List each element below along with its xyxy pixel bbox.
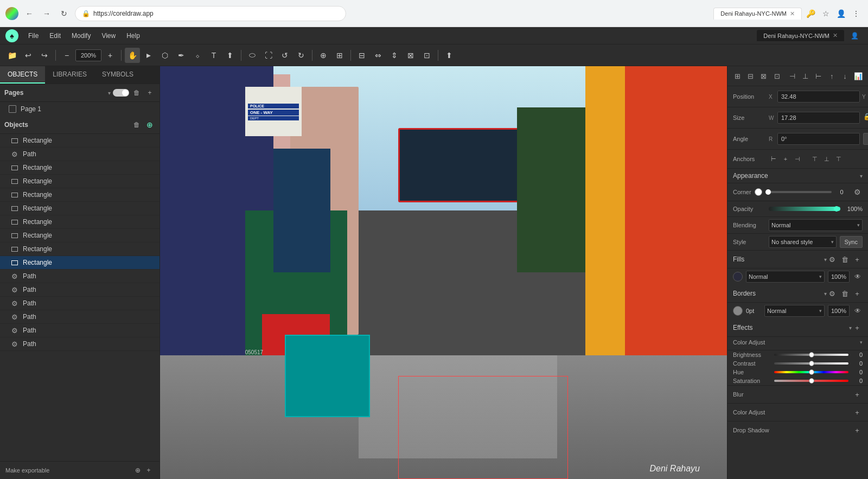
saturation-thumb[interactable] <box>809 378 814 384</box>
anchor-bottom-btn[interactable]: ⊤ <box>834 154 844 164</box>
blur-add-btn[interactable]: + <box>852 389 863 400</box>
fill-tool-btn[interactable]: ⬭ <box>245 48 260 63</box>
more-button[interactable]: ⋮ <box>850 7 863 20</box>
contrast-thumb[interactable] <box>809 361 814 366</box>
delete-page-btn[interactable]: 🗑 <box>131 87 142 98</box>
menu-edit[interactable]: Edit <box>44 30 66 42</box>
select-tool-btn[interactable]: ▸ <box>141 48 156 63</box>
object-item-1[interactable]: ⚙ Path <box>0 148 159 161</box>
document-tab-close[interactable]: ✕ <box>833 32 838 39</box>
crop-tool-btn[interactable]: ⛶ <box>261 48 276 63</box>
object-item-4[interactable]: Rectangle <box>0 188 159 202</box>
object-item-5[interactable]: Rectangle <box>0 202 159 215</box>
star-button[interactable]: ☆ <box>819 7 832 20</box>
anchor-right-btn[interactable]: ⊣ <box>793 154 802 164</box>
fill-color-swatch[interactable] <box>733 272 743 282</box>
panel-tool-3[interactable]: ⊠ <box>758 69 769 82</box>
profile-icon-btn[interactable]: 👤 <box>846 29 863 42</box>
style-dropdown[interactable]: No shared style ▾ <box>769 236 837 248</box>
add-page-btn[interactable]: + <box>144 87 155 98</box>
anchor-center-h-btn[interactable]: + <box>781 154 790 164</box>
undo-btn[interactable]: ↩ <box>21 48 36 63</box>
blending-dropdown[interactable]: Normal ▾ <box>769 219 863 231</box>
transform-btn[interactable]: ⊠ <box>403 48 418 63</box>
transform-button[interactable]: Transform <box>863 133 868 145</box>
add-export-btn[interactable]: ⊕ <box>132 465 143 476</box>
r-input[interactable] <box>777 133 860 145</box>
fill-visibility-btn[interactable]: 👁 <box>853 272 863 282</box>
effects-add-btn[interactable]: + <box>852 322 863 333</box>
fills-header[interactable]: Fills ▾ ⚙ 🗑 + <box>727 251 868 269</box>
borders-add-btn[interactable]: + <box>852 288 863 299</box>
address-bar[interactable]: 🔒 https://coreldraw.app <box>75 6 346 21</box>
fill-opacity-input[interactable] <box>828 271 850 283</box>
saturation-track[interactable] <box>774 380 848 382</box>
fills-add-btn[interactable]: + <box>852 254 863 265</box>
contrast-track[interactable] <box>774 362 848 365</box>
panel-tool-2[interactable]: ⊟ <box>745 69 756 82</box>
panel-tool-1[interactable]: ⊞ <box>732 69 743 82</box>
back-button[interactable]: ← <box>23 7 36 20</box>
page-item-1[interactable]: Page 1 <box>0 102 159 116</box>
object-item-11[interactable]: ⚙ Path <box>0 283 159 297</box>
brightness-track[interactable] <box>774 354 848 356</box>
menu-view[interactable]: View <box>96 30 121 42</box>
object-item-15[interactable]: ⚙ Path <box>0 337 159 351</box>
document-tab[interactable]: Deni Rahayu-NYC-NWM ✕ <box>757 30 844 41</box>
rotate-left-btn[interactable]: ↺ <box>277 48 292 63</box>
forward-button[interactable]: → <box>40 7 53 20</box>
panel-tool-6[interactable]: ⊥ <box>800 69 810 82</box>
corner-thumb[interactable] <box>765 189 771 195</box>
fills-delete-btn[interactable]: 🗑 <box>839 254 850 265</box>
panel-tool-7[interactable]: ⊢ <box>813 69 824 82</box>
object-item-8[interactable]: Rectangle <box>0 242 159 256</box>
mirror-v-btn[interactable]: ⇕ <box>387 48 402 63</box>
object-item-12[interactable]: ⚙ Path <box>0 297 159 310</box>
effects-header[interactable]: Effects ▾ + <box>727 319 868 337</box>
delete-object-btn[interactable]: 🗑 <box>131 119 142 130</box>
shape-tool-btn[interactable]: ⬡ <box>157 48 173 63</box>
panel-tool-9[interactable]: ↓ <box>839 69 850 82</box>
hue-track[interactable] <box>774 371 848 373</box>
zoom-in-btn[interactable]: + <box>103 48 118 63</box>
key-icon-button[interactable]: 🔑 <box>804 7 817 20</box>
object-item-0[interactable]: Rectangle <box>0 134 159 148</box>
panel-tool-5[interactable]: ⊣ <box>787 69 797 82</box>
profile-button[interactable]: 👤 <box>834 7 847 20</box>
anchor-center-v-btn[interactable]: ⊥ <box>822 154 832 164</box>
object-item-10[interactable]: ⚙ Path <box>0 270 159 283</box>
zoom-out-btn[interactable]: − <box>59 48 74 63</box>
corner-slider[interactable] <box>765 191 832 193</box>
object-item-6[interactable]: Rectangle <box>0 215 159 229</box>
distribute-btn[interactable]: ⊟ <box>354 48 369 63</box>
refresh-button[interactable]: ↻ <box>58 7 71 20</box>
libraries-tab[interactable]: LIBRARIES <box>45 66 94 84</box>
panel-tool-8[interactable]: ↑ <box>826 69 837 82</box>
borders-settings-btn[interactable]: ⚙ <box>827 288 838 299</box>
object-item-14[interactable]: ⚙ Path <box>0 324 159 337</box>
object-item-7[interactable]: Rectangle <box>0 229 159 242</box>
border-color-swatch[interactable] <box>733 306 743 316</box>
anchor-left-btn[interactable]: ⊢ <box>769 154 778 164</box>
menu-file[interactable]: File <box>23 30 44 42</box>
powerclip-btn[interactable]: ⊡ <box>419 48 435 63</box>
panel-tool-chart[interactable]: 📊 <box>853 69 864 82</box>
pen-tool-btn[interactable]: ✒ <box>174 48 189 63</box>
w-input[interactable] <box>777 112 860 124</box>
brightness-thumb[interactable] <box>809 352 814 357</box>
border-opacity-input[interactable] <box>828 305 850 317</box>
canvas-area[interactable]: POLICE ONE - WAY DEPT Deni Rahayu 050517 <box>160 66 727 479</box>
corner-swatch[interactable] <box>755 188 762 196</box>
rotate-right-btn[interactable]: ↻ <box>293 48 309 63</box>
anchor-top-btn[interactable]: ⊤ <box>810 154 820 164</box>
lock-ratio-btn[interactable]: 🔒 <box>862 112 868 122</box>
redo-btn[interactable]: ↪ <box>37 48 52 63</box>
fills-settings-btn[interactable]: ⚙ <box>827 254 838 265</box>
object-item-13[interactable]: ⚙ Path <box>0 310 159 324</box>
object-btn[interactable]: ⊕ <box>316 48 331 63</box>
opacity-slider-track[interactable] <box>769 207 840 211</box>
sync-button[interactable]: Sync <box>840 236 863 248</box>
appearance-header[interactable]: Appearance ▾ <box>727 169 868 183</box>
menu-modify[interactable]: Modify <box>66 30 96 42</box>
zoom-input[interactable] <box>75 49 101 61</box>
